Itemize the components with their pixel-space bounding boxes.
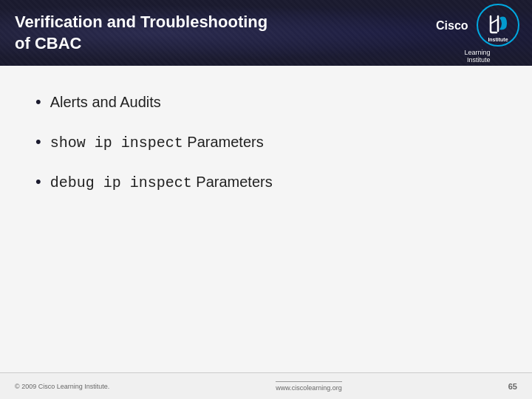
title-line1: Verification and Troubleshooting (15, 13, 267, 31)
svg-text:Cisco: Cisco (436, 19, 468, 32)
title-line2: of CBAC (15, 34, 81, 52)
cisco-learning-logo: Cisco Institute (436, 3, 520, 64)
footer-website: www.ciscolearning.org (276, 381, 342, 392)
cisco-wordmark: Cisco (436, 18, 471, 35)
footer-page-number: 65 (508, 382, 517, 391)
bullet-text-3: debug ip inspect Parameters (50, 174, 273, 191)
slide-footer: © 2009 Cisco Learning Institute. www.cis… (0, 372, 532, 399)
bullet-item-3: • debug ip inspect Parameters (35, 172, 497, 191)
bullet-dot-1: • (35, 92, 41, 112)
slide-header: Verification and Troubleshooting of CBAC… (0, 0, 532, 66)
cisco-svg: Cisco (436, 18, 471, 33)
svg-text:Institute: Institute (488, 37, 508, 42)
bullet-3-params-text: Parameters (196, 174, 272, 190)
bullet-dot-2: • (35, 132, 41, 151)
bullet-3-code: debug ip inspect (50, 174, 192, 191)
bullet-dot-3: • (35, 172, 41, 191)
slide: Verification and Troubleshooting of CBAC… (0, 0, 532, 399)
learning-institute-badge: Institute (476, 3, 520, 50)
bullet-item-1: • Alerts and Audits (35, 92, 497, 112)
footer-copyright: © 2009 Cisco Learning Institute. (15, 383, 109, 390)
bullet-2-code: show ip inspect (50, 134, 183, 151)
bullet-text-1: Alerts and Audits (50, 94, 161, 111)
bullet-text-2: show ip inspect Parameters (50, 134, 264, 151)
bullet-2-params-text: Parameters (187, 134, 263, 150)
slide-content: • Alerts and Audits • show ip inspect Pa… (0, 66, 532, 372)
learning-institute-label: Learning Institute (464, 49, 490, 64)
bullet-item-2: • show ip inspect Parameters (35, 132, 497, 151)
badge-svg: Institute (476, 3, 520, 47)
